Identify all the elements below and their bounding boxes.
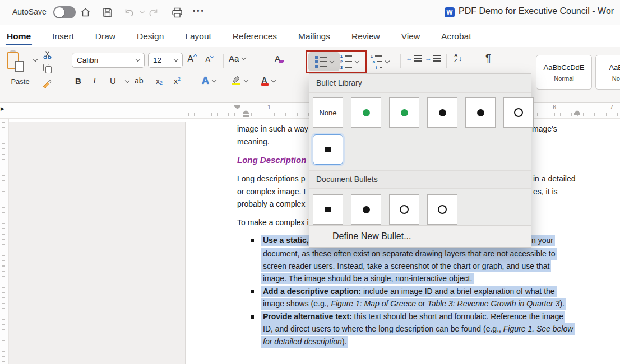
underline-chevron-icon[interactable]	[125, 78, 129, 83]
strikethrough-letters: ab	[135, 76, 144, 85]
font-name-select[interactable]: Calibri	[72, 53, 145, 68]
bullet-library-menu: Bullet Library None Document Bullets Def…	[309, 73, 531, 248]
format-painter-icon	[41, 78, 54, 90]
tab-selector-icon[interactable]: ▶	[1, 106, 4, 111]
bullet-option-dot[interactable]	[351, 194, 381, 225]
underline-button[interactable]: U	[110, 76, 116, 86]
paste-chevron-icon[interactable]	[33, 57, 38, 62]
highlight-chevron-icon[interactable]	[244, 77, 248, 82]
square-bullet-glyph	[325, 147, 331, 152]
tab-view[interactable]: View	[400, 27, 421, 47]
subscript-button[interactable]: x2	[156, 76, 163, 86]
format-painter-button[interactable]	[41, 78, 54, 92]
increase-indent-button[interactable]: →	[425, 55, 441, 62]
tab-design[interactable]: Design	[136, 27, 165, 47]
more-commands-icon[interactable]: •••	[193, 7, 205, 15]
paste-label: Paste	[6, 77, 35, 86]
decrease-indent-button[interactable]: ←	[406, 55, 422, 62]
first-line-indent-marker[interactable]	[234, 105, 240, 109]
square-bullet-glyph	[325, 207, 331, 212]
highlight-button[interactable]	[231, 75, 248, 86]
style-name: No Sp	[612, 75, 620, 82]
copy-button[interactable]	[43, 64, 53, 76]
subscript-x: x	[156, 77, 160, 86]
shrink-font-button[interactable]: A	[205, 55, 214, 64]
bullet-option-dot[interactable]	[465, 97, 496, 128]
change-case-label: Aa	[229, 54, 239, 63]
sort-button[interactable]: AZ ↓	[454, 53, 462, 63]
dot-bullet-glyph	[477, 109, 484, 116]
font-color-button[interactable]: A	[260, 75, 275, 87]
v-ruler[interactable]	[0, 119, 9, 364]
autosave-toggle[interactable]	[53, 6, 76, 18]
font-color-chevron-icon[interactable]	[271, 78, 276, 82]
document-bullets-header: Document Bullets	[309, 170, 531, 189]
define-new-bullet-item[interactable]: Define New Bullet...	[309, 225, 531, 247]
undo-icon[interactable]	[122, 6, 136, 18]
text-effects-chevron-icon[interactable]	[212, 78, 216, 82]
multilevel-list-button[interactable]: 1 a i	[370, 52, 389, 71]
font-size-select[interactable]: 12	[148, 53, 183, 68]
home-icon[interactable]	[78, 6, 92, 18]
numbering-button[interactable]: 1 2 3	[340, 52, 359, 71]
underline-letter: U	[110, 76, 116, 86]
bold-button[interactable]: B	[75, 76, 81, 86]
dot-bullet-glyph	[401, 109, 408, 116]
bullet-option-ring[interactable]	[427, 194, 457, 225]
bullet-option-square[interactable]	[313, 194, 343, 225]
change-case-button[interactable]: Aa	[229, 54, 246, 63]
bullet-option-ring[interactable]	[389, 194, 419, 225]
bullet-option-dot[interactable]	[427, 97, 457, 128]
bullets-chevron-icon[interactable]	[329, 58, 334, 63]
style-card-no-spacing[interactable]: AaBbC No Sp	[595, 55, 620, 90]
text-effects-letter: A	[202, 75, 209, 87]
pilcrow-icon: ¶	[485, 53, 491, 64]
bullet-option-dot[interactable]	[389, 97, 419, 128]
v-ruler-ticks	[2, 122, 5, 364]
strikethrough-button[interactable]: ab	[135, 76, 144, 85]
tab-layout[interactable]: Layout	[184, 27, 212, 47]
increase-indent-icon: →	[425, 55, 441, 62]
toggle-knob	[54, 7, 64, 17]
grow-font-button[interactable]: A	[187, 54, 197, 65]
undo-chevron-icon[interactable]	[140, 8, 145, 14]
italic-button[interactable]: I	[93, 76, 96, 86]
tab-bar: HomeInsertDrawDesignLayoutReferencesMail…	[0, 25, 620, 47]
print-icon[interactable]	[170, 6, 184, 18]
font-name-chevron-icon	[136, 57, 140, 62]
cut-button[interactable]	[43, 50, 52, 62]
bullet-option-dot[interactable]	[351, 97, 381, 128]
bullet-option-square-selected[interactable]	[313, 134, 343, 165]
save-icon[interactable]	[101, 6, 114, 18]
multilevel-chevron-icon[interactable]	[385, 58, 390, 63]
tab-review[interactable]: Review	[350, 27, 381, 47]
style-sample: AaBbCcDdE	[544, 63, 585, 72]
tab-mailings[interactable]: Mailings	[297, 27, 331, 47]
ring-bullet-glyph	[400, 205, 409, 214]
bullets-button[interactable]	[308, 52, 340, 71]
ring-bullet-glyph	[438, 205, 447, 214]
bullet-library-header: Bullet Library	[309, 74, 531, 93]
left-indent-marker[interactable]	[243, 115, 249, 117]
italic-letter: I	[93, 76, 96, 86]
style-sample: AaBbC	[609, 63, 620, 72]
text-effects-button[interactable]: A	[202, 75, 216, 87]
decrease-indent-icon: ←	[406, 55, 422, 62]
bullet-option-none[interactable]: None	[313, 97, 343, 128]
tab-acrobat[interactable]: Acrobat	[440, 27, 472, 47]
highlighter-icon	[231, 75, 241, 86]
clear-formatting-button[interactable]: A	[275, 54, 284, 63]
tab-draw[interactable]: Draw	[94, 27, 117, 47]
superscript-button[interactable]: x2	[174, 76, 181, 86]
numbering-chevron-icon[interactable]	[355, 58, 359, 63]
hanging-indent-marker[interactable]	[243, 110, 249, 114]
tab-insert[interactable]: Insert	[51, 27, 75, 47]
paste-button[interactable]	[7, 52, 22, 73]
style-card-normal[interactable]: AaBbCcDdE Normal	[536, 55, 592, 90]
show-paragraph-marks-button[interactable]: ¶	[485, 53, 491, 64]
bullet-option-ring[interactable]	[503, 97, 534, 128]
tab-home[interactable]: Home	[6, 27, 32, 47]
right-indent-marker[interactable]	[574, 110, 580, 115]
redo-icon[interactable]	[147, 6, 160, 18]
tab-references[interactable]: References	[232, 27, 278, 47]
